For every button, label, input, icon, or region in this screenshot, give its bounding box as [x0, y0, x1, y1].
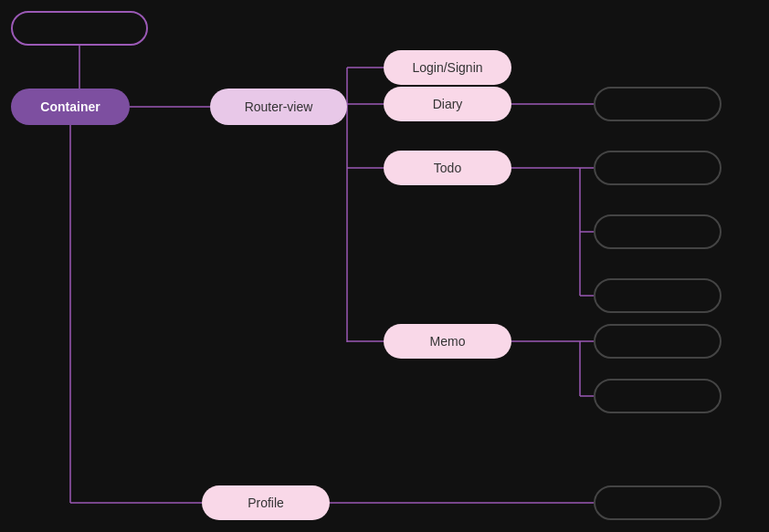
login-node: Login/Signin [384, 50, 511, 85]
container-node: Container [11, 89, 130, 125]
child-node-7 [594, 485, 722, 520]
child-node-1 [594, 87, 722, 121]
child-node-3 [594, 214, 722, 249]
child-node-6 [594, 379, 722, 413]
todo-node: Todo [384, 151, 511, 185]
top-node [11, 11, 148, 46]
child-node-5 [594, 324, 722, 359]
diary-node: Diary [384, 87, 511, 121]
router-view-node: Router-view [210, 89, 347, 125]
memo-node: Memo [384, 324, 511, 359]
child-node-4 [594, 278, 722, 313]
profile-node: Profile [202, 485, 330, 520]
child-node-2 [594, 151, 722, 185]
